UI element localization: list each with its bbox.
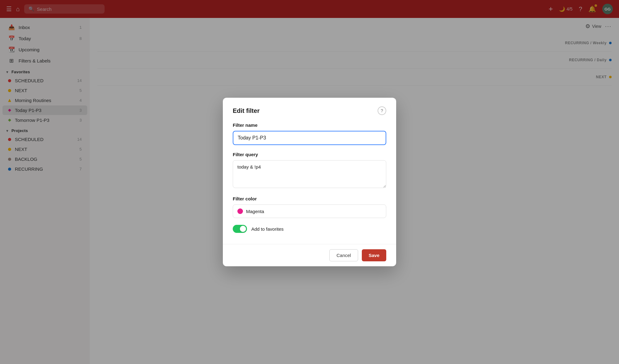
save-button[interactable]: Save — [362, 249, 386, 261]
filter-name-label: Filter name — [233, 122, 386, 128]
toggle-knob — [240, 226, 246, 232]
modal-title: Edit filter — [233, 107, 260, 114]
filter-query-label: Filter query — [233, 152, 386, 157]
favorites-toggle-row: Add to favorites — [233, 225, 386, 233]
color-circle-magenta — [237, 208, 243, 214]
filter-name-input[interactable] — [233, 131, 386, 145]
modal-header: Edit filter ? — [233, 106, 386, 115]
filter-color-label: Filter color — [233, 196, 386, 201]
help-circle-icon[interactable]: ? — [378, 106, 386, 115]
modal-footer: Cancel Save — [223, 244, 396, 266]
edit-filter-modal: Edit filter ? Filter name Filter query t… — [223, 98, 396, 266]
cancel-button[interactable]: Cancel — [329, 249, 358, 261]
content-area: ⚙ View ··· RECURRING / Weekly RECURRING … — [90, 18, 619, 364]
add-favorites-label: Add to favorites — [251, 226, 284, 232]
filter-query-input[interactable]: today & !p4 — [233, 160, 386, 188]
modal-body: Edit filter ? Filter name Filter query t… — [223, 98, 396, 244]
color-name-text: Magenta — [246, 209, 264, 214]
add-favorites-toggle[interactable] — [233, 225, 247, 233]
color-selector[interactable]: Magenta — [233, 204, 386, 218]
modal-overlay: Edit filter ? Filter name Filter query t… — [90, 18, 619, 364]
main-layout: 📥 Inbox 1 📅 Today 8 📆 Upcoming ⊞ Filters… — [0, 18, 619, 364]
